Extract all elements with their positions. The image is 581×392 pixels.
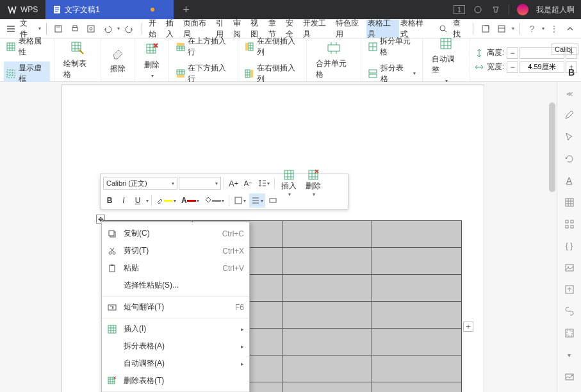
increase-font-button[interactable]: A+ (227, 176, 240, 190)
tab-start[interactable]: 开始 (147, 20, 165, 38)
print-icon[interactable] (68, 22, 81, 36)
merge-cells-button[interactable]: 合并单元格 (311, 38, 357, 83)
layout-icon[interactable] (563, 327, 576, 339)
cell[interactable] (282, 275, 372, 302)
layout-icon[interactable] (495, 22, 508, 36)
line-spacing-button[interactable]: ▾ (256, 176, 272, 190)
table-icon[interactable] (563, 196, 576, 209)
label: Calibri (正文) (106, 179, 147, 188)
link-icon[interactable] (563, 305, 576, 318)
grid-icon (107, 324, 117, 334)
cell[interactable] (282, 248, 372, 275)
cell[interactable] (372, 248, 462, 275)
document-tab[interactable]: 文字文稿1 (45, 0, 174, 19)
menu-insert[interactable]: 插入(I)▸ (102, 320, 249, 338)
width-minus-button[interactable]: − (507, 61, 518, 73)
menu-delete-table[interactable]: 删除表格(T) (102, 372, 249, 389)
cell[interactable] (372, 355, 462, 382)
chevron-down-icon[interactable]: ▾ (563, 348, 576, 361)
decrease-font-button[interactable]: A− (241, 176, 254, 190)
cursor-icon[interactable] (563, 131, 576, 143)
menu-auto-fit[interactable]: 自动调整(A)▸ (102, 355, 249, 372)
svg-rect-11 (7, 43, 15, 51)
redo-icon[interactable] (122, 22, 136, 36)
notify-icon[interactable] (491, 4, 501, 15)
border-button[interactable]: ▾ (232, 193, 248, 208)
add-column-button[interactable]: + (463, 322, 473, 332)
cell[interactable] (372, 329, 462, 355)
apps-icon[interactable] (563, 218, 576, 231)
more-icon[interactable]: ⋮ (547, 22, 561, 36)
save-icon[interactable] (52, 22, 65, 36)
share-icon[interactable] (479, 22, 492, 36)
bold-button[interactable]: B (103, 193, 116, 208)
hamburger-icon[interactable] (4, 22, 17, 36)
tab-dev[interactable]: 开发工具 (302, 20, 334, 38)
preview-icon[interactable] (85, 22, 98, 36)
menu-paste[interactable]: 粘贴Ctrl+V (102, 259, 249, 277)
badge-icon[interactable]: 1 (454, 5, 465, 14)
tab-special[interactable]: 特色应用 (334, 20, 367, 38)
avatar[interactable] (517, 4, 528, 15)
height-minus-button[interactable]: − (507, 47, 518, 59)
cell[interactable] (282, 355, 372, 382)
cell[interactable] (282, 221, 372, 248)
gallery-icon[interactable] (563, 370, 576, 383)
pencil-icon[interactable] (563, 109, 576, 122)
font-name-combo[interactable]: Calibri (正文)▾ (103, 177, 177, 190)
vertical-scrollbar[interactable] (548, 102, 557, 392)
svg-rect-20 (245, 43, 248, 51)
highlight-button[interactable]: ▾ (154, 193, 178, 208)
svg-rect-44 (566, 199, 573, 206)
menu-copy[interactable]: 复制(C)Ctrl+C (102, 225, 249, 242)
font-combo[interactable]: Calibi (552, 44, 578, 55)
merge-button[interactable] (266, 193, 279, 208)
svg-rect-16 (177, 43, 184, 45)
menu-split-table[interactable]: 拆分表格(A)▸ (102, 338, 249, 355)
collapse-rail-icon[interactable]: ≪ (563, 87, 576, 100)
cell[interactable] (282, 382, 372, 393)
delete-button[interactable]: 删除▾ (139, 39, 165, 81)
export-icon[interactable] (563, 283, 576, 296)
image-icon[interactable] (563, 261, 576, 274)
wps-home-tab[interactable]: WPS (0, 0, 45, 19)
width-input[interactable] (520, 61, 564, 73)
label: 删除 (144, 60, 160, 70)
menu-translate[interactable]: 短句翻译(T)F6 (102, 298, 249, 316)
help-icon[interactable]: ? (525, 22, 539, 36)
cell[interactable] (282, 329, 372, 355)
draw-table-button[interactable]: 绘制表格 (58, 38, 97, 83)
bold-button[interactable]: B (568, 67, 575, 78)
cell[interactable] (372, 275, 462, 302)
align-button[interactable]: ▾ (249, 193, 265, 208)
eraser-button[interactable]: 擦除 (105, 43, 131, 77)
cell[interactable] (372, 382, 462, 393)
insert-col-left-button[interactable]: 在左侧插入列 (242, 35, 302, 59)
cell[interactable] (282, 302, 372, 329)
shading-button[interactable]: ▾ (202, 193, 226, 208)
refresh-icon[interactable] (563, 152, 576, 165)
new-tab-button[interactable]: + (174, 0, 199, 19)
menu-cut[interactable]: 剪切(T)Ctrl+X (102, 242, 249, 259)
menu-paste-special[interactable]: 选择性粘贴(S)... (102, 277, 249, 294)
wps-logo-icon (8, 5, 17, 14)
table-props-button[interactable]: 表格属性 (4, 35, 50, 59)
font-color-button[interactable]: A▾ (179, 193, 201, 208)
svg-rect-47 (566, 225, 568, 228)
scrollbar-thumb[interactable] (549, 102, 555, 192)
collapse-icon[interactable] (564, 22, 577, 36)
split-cells-button[interactable]: 拆分单元格 (365, 35, 418, 59)
bracket-icon[interactable]: { } (563, 240, 576, 252)
divider (520, 23, 520, 35)
font-size-combo[interactable]: ▾ (179, 177, 221, 190)
cell[interactable] (372, 302, 462, 329)
auto-fit-button[interactable]: 自动调整▾ (427, 33, 465, 86)
italic-button[interactable]: I (117, 193, 130, 208)
text-style-icon[interactable]: A (563, 174, 576, 187)
undo-icon[interactable] (101, 22, 114, 36)
svg-rect-30 (235, 197, 241, 204)
skin-icon[interactable] (473, 4, 483, 15)
cell[interactable] (372, 221, 462, 248)
underline-button[interactable]: U (131, 193, 144, 208)
insert-row-above-button[interactable]: 在上方插入行 (173, 35, 233, 59)
